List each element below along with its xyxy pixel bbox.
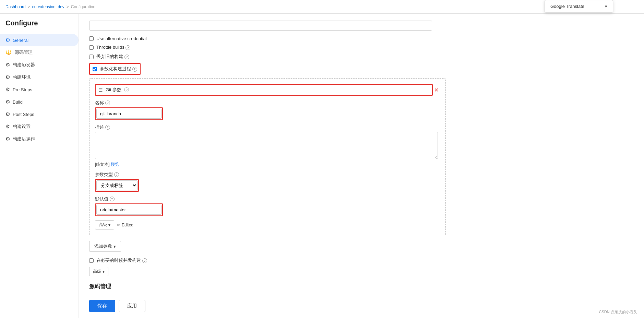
default-value-input[interactable] [96, 205, 162, 215]
alternative-credential-label[interactable]: Use alternative credential [96, 36, 147, 41]
sidebar-label-general: General [13, 38, 28, 43]
sidebar-label-pre-steps: Pre Steps [13, 87, 32, 92]
pre-steps-icon: ⚙ [5, 86, 10, 93]
git-params-container: ☰ Git 参数 ? ✕ 名称 ? [89, 78, 446, 235]
param-type-select[interactable]: 分支或标签 分支 标签 修订版 [96, 180, 138, 190]
dropdown-icon: ▾ [114, 244, 116, 249]
parameterize-help-icon[interactable]: ? [132, 67, 137, 72]
build-actions-icon: ⚙ [5, 136, 10, 142]
google-translate-label: Google Translate [550, 4, 584, 9]
breadcrumb-dashboard[interactable]: Dashboard [5, 4, 26, 9]
sidebar-title: Configure [0, 19, 79, 34]
breadcrumb-project[interactable]: cu-extension_dev [32, 4, 64, 9]
source-mgmt-icon: 🔱 [5, 49, 12, 56]
sidebar-label-post-steps: Post Steps [13, 112, 34, 117]
sidebar-item-source-mgmt[interactable]: 🔱 源码管理 [0, 46, 79, 59]
chevron-down-icon-2: ▾ [103, 269, 105, 274]
edited-badge: ✏ Edited [117, 223, 133, 227]
git-param-title-highlight: ☰ Git 参数 ? [95, 84, 433, 96]
sidebar-item-build-env[interactable]: ⚙ 构建环境 [0, 71, 79, 83]
google-translate-popup[interactable]: Google Translate [545, 0, 613, 13]
lines-icon: ☰ [98, 87, 103, 93]
breadcrumb-sep2: > [67, 4, 69, 9]
sidebar-item-post-steps[interactable]: ⚙ Post Steps [0, 108, 79, 120]
discard-old-label: 丢弃旧的构建 ? [96, 54, 129, 60]
breadcrumb-page: Configuration [71, 4, 95, 9]
name-row: 名称 ? [95, 100, 440, 120]
sidebar-item-build-actions[interactable]: ⚙ 构建后操作 [0, 133, 79, 145]
alternative-credential-row: Use alternative credential [89, 36, 634, 41]
apply-button[interactable]: 应用 [119, 300, 145, 312]
name-input[interactable] [96, 109, 162, 119]
default-value-highlight [95, 203, 163, 216]
git-params-help-icon[interactable]: ? [124, 87, 129, 92]
add-param-button[interactable]: 添加参数 ▾ [89, 241, 121, 252]
build-settings-icon: ⚙ [5, 123, 10, 130]
sidebar-label-source-mgmt: 源码管理 [15, 49, 33, 56]
discard-old-row: 丢弃旧的构建 ? [89, 54, 634, 60]
post-steps-icon: ⚙ [5, 111, 10, 117]
sidebar-label-build: Build [13, 99, 23, 105]
sidebar-item-build-trigger[interactable]: ⚙ 构建触发器 [0, 59, 79, 71]
throttle-builds-label: Throttle builds ? [96, 45, 130, 50]
throttle-help-icon[interactable]: ? [126, 45, 130, 50]
sidebar-label-build-actions: 构建后操作 [13, 136, 35, 142]
source-mgmt-title: 源码管理 [89, 283, 634, 293]
default-value-row: 默认值 ? [95, 196, 440, 216]
preview-link[interactable]: 预览 [111, 162, 119, 167]
git-param-header: ☰ Git 参数 ? ✕ [95, 84, 440, 96]
description-row: 描述 ? [纯文本] 预览 [95, 124, 440, 167]
sidebar-label-build-settings: 构建设置 [13, 123, 31, 130]
sidebar-item-general[interactable]: ⚙ General [0, 34, 79, 46]
sidebar-item-build-settings[interactable]: ⚙ 构建设置 [0, 120, 79, 133]
save-button[interactable]: 保存 [89, 300, 115, 312]
description-textarea[interactable] [95, 132, 438, 159]
layout: Configure ⚙ General 🔱 源码管理 ⚙ 构建触发器 ⚙ 构建环… [0, 14, 644, 318]
advanced-button-1[interactable]: 高级 ▾ [95, 220, 114, 229]
description-label: 描述 ? [95, 124, 440, 130]
name-label: 名称 ? [95, 100, 440, 106]
breadcrumb-sep1: > [28, 4, 30, 9]
param-type-row: 参数类型 ? 分支或标签 分支 标签 修订版 [95, 172, 440, 192]
throttle-builds-checkbox[interactable] [89, 45, 94, 50]
edited-label: Edited [122, 223, 133, 227]
breadcrumb: Dashboard > cu-extension_dev > Configura… [5, 4, 95, 9]
alternative-credential-checkbox[interactable] [89, 36, 94, 41]
sidebar-label-build-env: 构建环境 [13, 74, 31, 80]
advanced-row-2: 高级 ▾ [89, 267, 634, 276]
top-input-wrapper [89, 21, 432, 31]
build-env-icon: ⚙ [5, 74, 10, 80]
default-value-label: 默认值 ? [95, 196, 440, 202]
top-input[interactable] [89, 21, 432, 31]
build-when-help-icon[interactable]: ? [142, 258, 147, 263]
discard-old-checkbox[interactable] [89, 55, 94, 59]
name-input-highlight [95, 107, 163, 120]
parameterize-row: 参数化构建过程 ? [89, 63, 634, 75]
main-content: Use alternative credential Throttle buil… [79, 14, 644, 318]
form-buttons: 保存 应用 [89, 300, 634, 312]
parameterize-highlight: 参数化构建过程 ? [89, 63, 141, 75]
top-bar: Dashboard > cu-extension_dev > Configura… [0, 0, 644, 14]
advanced-button-2[interactable]: 高级 ▾ [89, 267, 108, 276]
footer-text: CSDN @顽皮的小石头 [599, 310, 637, 314]
build-trigger-icon: ⚙ [5, 62, 10, 68]
sidebar-label-build-trigger: 构建触发器 [13, 62, 35, 68]
discard-help-icon[interactable]: ? [124, 55, 129, 59]
git-params-title: Git 参数 [106, 87, 121, 93]
param-type-label: 参数类型 ? [95, 172, 440, 178]
param-type-help-icon[interactable]: ? [114, 172, 119, 177]
name-help-icon[interactable]: ? [105, 101, 110, 105]
git-param-close-button[interactable]: ✕ [433, 87, 440, 93]
sidebar-item-pre-steps[interactable]: ⚙ Pre Steps [0, 83, 79, 96]
build-when-needed-row: 在必要的时候并发构建 ? [89, 257, 634, 263]
build-icon: ⚙ [5, 99, 10, 105]
footer: CSDN @顽皮的小石头 [599, 309, 637, 315]
pencil-icon: ✏ [117, 223, 120, 227]
build-when-needed-checkbox[interactable] [89, 258, 94, 263]
description-help-icon[interactable]: ? [105, 125, 110, 130]
default-value-help-icon[interactable]: ? [110, 197, 115, 201]
throttle-builds-row: Throttle builds ? [89, 45, 634, 50]
sidebar-item-build[interactable]: ⚙ Build [0, 96, 79, 108]
parameterize-checkbox[interactable] [93, 67, 97, 71]
advanced-edited-row: 高级 ▾ ✏ Edited [95, 220, 440, 229]
